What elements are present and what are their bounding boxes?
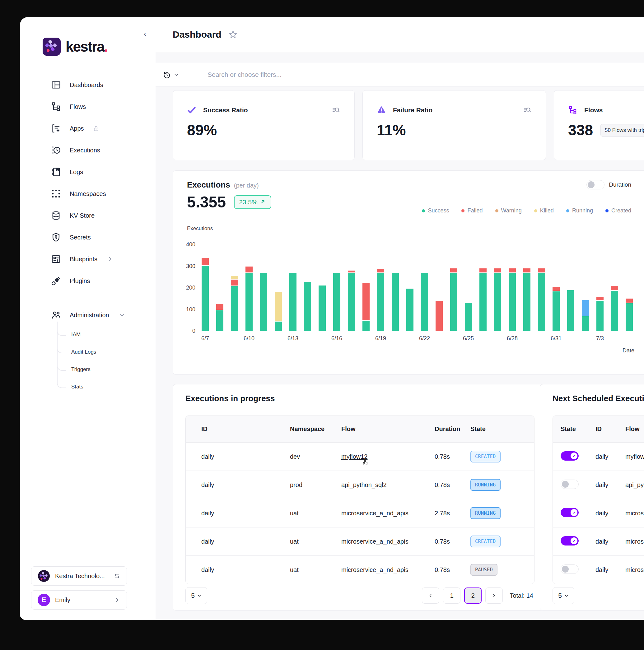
executions-bar-chart: 6/76/106/136/166/196/226/256/286/317/3 <box>198 245 637 331</box>
legend-item-failed[interactable]: Failed <box>461 208 482 214</box>
sidebar-item-label: Blueprints <box>70 256 97 263</box>
sidebar-subitem-triggers[interactable]: Triggers <box>57 361 155 378</box>
chart-bar[interactable]: 6/7 <box>198 245 213 331</box>
sidebar-item-kv-store[interactable]: KV Store <box>20 205 155 226</box>
history-icon <box>163 71 171 79</box>
legend-item-created[interactable]: Created <box>605 208 631 214</box>
flows-icon <box>51 102 61 112</box>
page-size-select[interactable]: 5 <box>185 587 207 604</box>
legend-item-warning[interactable]: Warning <box>495 208 522 214</box>
bar-segment-success <box>216 311 223 331</box>
chart-bar[interactable] <box>534 245 549 331</box>
chart-bar[interactable] <box>388 245 402 331</box>
kestra-logo[interactable]: kestra. <box>43 38 107 56</box>
chart-bar[interactable]: 6/10 <box>242 245 256 331</box>
chart-bar[interactable] <box>402 245 417 331</box>
page-button-1[interactable]: 1 <box>443 587 460 604</box>
chart-bar[interactable] <box>564 245 578 331</box>
chart-bar[interactable]: 6/25 <box>461 245 476 331</box>
chart-bar[interactable] <box>315 245 329 331</box>
page-size-select[interactable]: 5 <box>552 587 574 604</box>
state-toggle[interactable] <box>561 508 579 517</box>
chart-bar[interactable]: 6/13 <box>286 245 300 331</box>
bar-segment-failed <box>479 268 487 273</box>
bar-segment-success <box>362 321 369 331</box>
sidebar-item-plugins[interactable]: Plugins <box>20 270 155 292</box>
chart-bar[interactable]: 6/19 <box>373 245 388 331</box>
chart-bar[interactable]: 6/31 <box>549 245 564 331</box>
sidebar-item-administration[interactable]: Administration <box>20 304 155 326</box>
next-scheduled-card: Next Scheduled Executions StateIDFlow da… <box>540 384 644 611</box>
chart-bar[interactable] <box>227 245 242 331</box>
state-toggle[interactable] <box>561 451 579 461</box>
star-icon[interactable] <box>228 30 238 39</box>
state-badge: RUNNING <box>470 507 501 519</box>
success-ratio-card: Success Ratio 89% <box>173 90 355 160</box>
sidebar-item-flows[interactable]: Flows <box>20 96 155 117</box>
search-list-icon[interactable] <box>523 106 532 114</box>
chart-bar[interactable]: 6/16 <box>329 245 344 331</box>
chart-bar[interactable] <box>256 245 271 331</box>
next-page-button[interactable] <box>485 587 503 604</box>
pagination: 5 12 Total: 14 <box>185 587 533 604</box>
sidebar-item-secrets[interactable]: Secrets <box>20 226 155 248</box>
chart-bar[interactable] <box>520 245 534 331</box>
state-toggle[interactable] <box>561 479 579 489</box>
chart-bar[interactable] <box>344 245 359 331</box>
chart-bar[interactable] <box>476 245 490 331</box>
bar-segment-success <box>392 273 399 331</box>
state-toggle[interactable] <box>561 536 579 545</box>
chart-bar[interactable] <box>446 245 461 331</box>
prev-page-button[interactable] <box>422 587 439 604</box>
bar-segment-success <box>597 301 604 331</box>
user-menu[interactable]: E Emily <box>31 590 127 610</box>
search-input[interactable] <box>207 71 550 79</box>
state-toggle[interactable] <box>561 565 579 574</box>
bar-segment-failed <box>611 286 618 291</box>
flow-link[interactable]: myflow12 <box>341 453 367 460</box>
filter-history-dropdown[interactable] <box>155 63 186 86</box>
chart-bar[interactable] <box>578 245 593 331</box>
chart-bar[interactable]: 7/3 <box>593 245 607 331</box>
search-list-icon[interactable] <box>332 106 341 114</box>
bar-segment-success <box>567 290 574 331</box>
success-ratio-value: 89% <box>187 121 217 139</box>
sidebar-subitem-stats[interactable]: Stats <box>57 378 155 396</box>
bar-segment-killed <box>231 276 238 280</box>
legend-item-success[interactable]: Success <box>422 208 449 214</box>
page-button-2[interactable]: 2 <box>464 587 481 604</box>
legend-item-killed[interactable]: Killed <box>534 208 554 214</box>
sidebar-item-executions[interactable]: Executions <box>20 139 155 161</box>
sidebar-item-namespaces[interactable]: Namespaces <box>20 183 155 205</box>
sidebar-item-dashboards[interactable]: Dashboards <box>20 74 155 96</box>
tenant-switcher[interactable]: Kestra Technolo... <box>31 566 127 586</box>
duration-toggle[interactable] <box>586 180 605 189</box>
chart-bar[interactable]: 6/28 <box>505 245 520 331</box>
chart-bar[interactable] <box>213 245 227 331</box>
next-scheduled-table: StateIDFlow dailymyflow12dailyapi_python… <box>552 416 644 584</box>
main-content: Dashboard Success Ratio 89% Failure Rati… <box>155 17 644 620</box>
chart-bar[interactable] <box>359 245 373 331</box>
sidebar-subitem-audit-logs[interactable]: Audit Logs <box>57 344 155 361</box>
chart-bar[interactable] <box>490 245 505 331</box>
sidebar-item-label: Plugins <box>70 278 90 285</box>
bar-segment-success <box>231 286 238 331</box>
sidebar-item-logs[interactable]: Logs <box>20 161 155 183</box>
chart-bar[interactable] <box>300 245 315 331</box>
sidebar-subitem-iam[interactable]: IAM <box>57 326 155 344</box>
x-axis-label: Date <box>622 348 634 354</box>
sidebar-collapse-button[interactable]: ‹ <box>144 30 146 38</box>
cell-flow: myflow12 <box>341 453 435 460</box>
sidebar-item-apps[interactable]: Apps <box>20 117 155 139</box>
chart-bar[interactable] <box>607 245 622 331</box>
chart-bar[interactable]: 6/22 <box>417 245 432 331</box>
legend-item-running[interactable]: Running <box>566 208 593 214</box>
chart-bar[interactable] <box>271 245 286 331</box>
chart-bar[interactable] <box>622 245 637 331</box>
cell-id: daily <box>201 538 290 545</box>
chart-bar[interactable] <box>432 245 446 331</box>
sidebar-item-blueprints[interactable]: Blueprints <box>20 248 155 270</box>
bar-segment-success <box>494 273 501 331</box>
y-tick: 100 <box>173 306 195 313</box>
bar-segment-success <box>377 273 384 331</box>
